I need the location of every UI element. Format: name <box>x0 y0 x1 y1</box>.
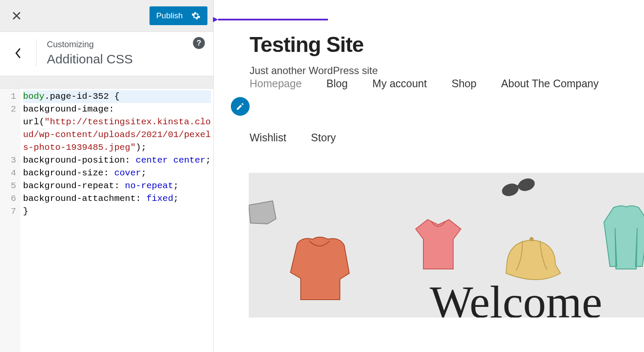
hero-heading: Welcome <box>430 276 602 318</box>
edit-shortcut-button[interactable] <box>231 97 250 116</box>
chevron-left-icon <box>14 47 22 59</box>
nav-item-wishlist[interactable]: Wishlist <box>250 132 286 144</box>
close-button[interactable] <box>6 5 27 26</box>
publish-button[interactable]: Publish <box>150 6 207 25</box>
code-line[interactable]: } <box>23 205 211 218</box>
close-icon <box>12 11 22 21</box>
line-number: 1 <box>3 90 16 103</box>
help-button[interactable]: ? <box>193 37 205 49</box>
longsleeve-icon <box>601 203 644 275</box>
line-number: 7 <box>3 205 16 218</box>
svg-point-2 <box>500 182 520 198</box>
line-number: 6 <box>3 192 16 205</box>
css-code-editor[interactable]: 1 2 3 4 5 6 7 body.page-id-352 { backgro… <box>0 88 213 352</box>
panel-header: Customizing Additional CSS ? <box>0 31 213 76</box>
site-title: Testing Site <box>250 32 644 57</box>
publish-label: Publish <box>156 11 183 20</box>
customizer-sidebar: Publish Customizing Additional CSS ? 1 2… <box>0 0 214 352</box>
svg-point-5 <box>529 237 534 241</box>
customizing-label: Customizing <box>47 40 205 49</box>
line-number: 3 <box>3 154 16 167</box>
back-button[interactable] <box>0 40 37 66</box>
nav-item-about[interactable]: About The Company <box>501 75 599 92</box>
code-content[interactable]: body.page-id-352 { background-image: url… <box>20 89 213 352</box>
line-number: 4 <box>3 167 16 180</box>
line-number: 5 <box>3 180 16 192</box>
nav-item-my-account[interactable]: My account <box>372 75 427 92</box>
nav-item-shop[interactable]: Shop <box>451 75 476 92</box>
sweater-icon <box>285 232 354 309</box>
nav-item-blog[interactable]: Blog <box>326 75 348 92</box>
code-line[interactable]: background-size: cover; <box>23 167 211 180</box>
code-line[interactable]: body.page-id-352 { <box>23 90 211 103</box>
line-gutter: 1 2 3 4 5 6 7 <box>0 89 20 352</box>
code-line[interactable]: background-position: center center; <box>23 154 211 167</box>
tshirt-icon <box>411 215 466 275</box>
site-preview: Testing Site Just another WordPress site… <box>214 0 644 352</box>
nav-item-story[interactable]: Story <box>311 132 336 144</box>
code-line[interactable]: background-image: url("http://testingsit… <box>23 103 211 154</box>
nav-item-homepage[interactable]: Homepage <box>250 75 302 92</box>
pencil-icon <box>236 102 244 111</box>
sunglasses-icon <box>500 175 538 205</box>
hero-section: Welcome <box>249 173 644 318</box>
primary-nav-row2: Wishlist Story <box>250 132 598 144</box>
help-icon: ? <box>197 39 201 48</box>
code-line[interactable]: background-repeat: no-repeat; <box>23 180 211 192</box>
folded-shirt-icon <box>249 198 280 228</box>
sidebar-header: Publish <box>0 0 213 31</box>
panel-titles: Customizing Additional CSS <box>37 40 205 66</box>
panel-name: Additional CSS <box>47 52 205 66</box>
line-number: 2 <box>3 103 16 154</box>
primary-nav: Homepage Blog My account Shop About The … <box>250 75 598 92</box>
code-line[interactable]: background-attachment: fixed; <box>23 192 211 205</box>
gear-icon <box>191 11 201 20</box>
